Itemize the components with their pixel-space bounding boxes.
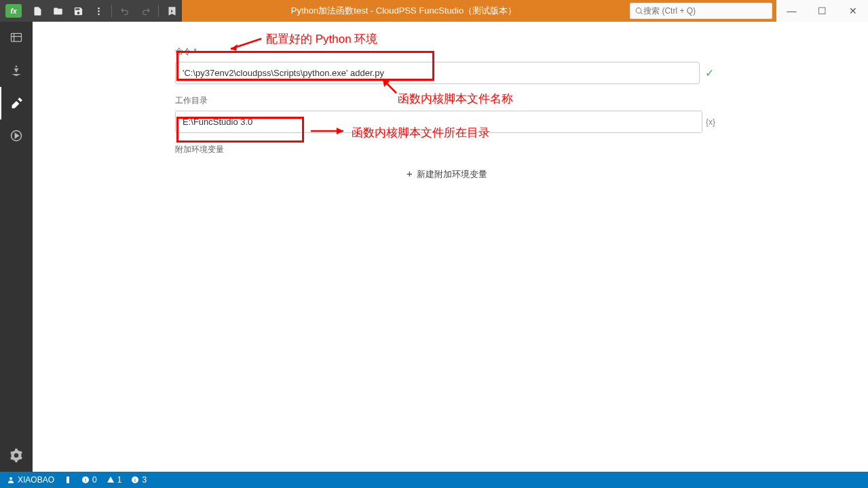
maximize-button[interactable]: ☐: [807, 0, 837, 22]
window-title: Python加法函数test - CloudPSS FuncStudio（测试版…: [182, 5, 626, 17]
search-box[interactable]: [630, 3, 772, 19]
error-icon: !: [81, 476, 90, 484]
sidebar-run-icon[interactable]: [0, 119, 33, 152]
close-button[interactable]: ✕: [837, 0, 868, 22]
search-icon: [635, 6, 643, 16]
status-user[interactable]: XIAOBAO: [7, 475, 54, 485]
env-label: 附加环境变量: [175, 144, 719, 155]
svg-point-0: [98, 7, 100, 9]
debug-icon[interactable]: [162, 0, 182, 22]
svg-point-12: [10, 477, 12, 480]
sidebar-overview-icon[interactable]: [0, 22, 33, 54]
workdir-input[interactable]: [175, 111, 702, 133]
svg-point-3: [636, 8, 641, 14]
command-label: 命令 *: [175, 46, 719, 58]
titlebar: fx Python加法函数test - CloudPSS FuncStudio（…: [0, 0, 868, 22]
info-icon: i: [131, 476, 139, 484]
undo-icon[interactable]: [115, 0, 135, 22]
warning-icon: [107, 476, 115, 484]
save-icon[interactable]: [68, 0, 88, 22]
app-logo[interactable]: fx: [5, 4, 22, 18]
command-input[interactable]: [175, 62, 700, 84]
status-info[interactable]: i 3: [131, 475, 147, 485]
status-errors[interactable]: ! 0: [81, 475, 97, 485]
svg-point-2: [98, 13, 100, 15]
svg-point-1: [98, 10, 100, 12]
svg-rect-13: [67, 476, 69, 483]
status-network-icon[interactable]: [64, 476, 72, 484]
svg-text:i: i: [135, 478, 136, 483]
sidebar: [0, 22, 33, 472]
main-area: 命令 * ✓ 工作目录 {x} 附加环境变量 +新建附加环境变量: [0, 22, 868, 472]
svg-text:!: !: [85, 478, 86, 483]
statusbar: XIAOBAO ! 0 1 i 3: [0, 472, 868, 488]
search-input[interactable]: [643, 6, 768, 16]
more-icon[interactable]: [88, 0, 109, 22]
svg-rect-4: [12, 33, 22, 41]
workdir-variable-icon[interactable]: {x}: [702, 111, 719, 133]
minimize-button[interactable]: —: [776, 0, 807, 22]
content-pane: 命令 * ✓ 工作目录 {x} 附加环境变量 +新建附加环境变量: [33, 22, 868, 472]
toolbar-left: fx: [0, 0, 182, 22]
check-icon[interactable]: ✓: [700, 62, 719, 84]
new-file-icon[interactable]: [27, 0, 48, 22]
workdir-label: 工作目录: [175, 95, 719, 107]
sidebar-settings-icon[interactable]: [0, 439, 33, 472]
status-warnings[interactable]: 1: [107, 475, 122, 485]
add-env-button[interactable]: +新建附加环境变量: [175, 168, 719, 181]
user-icon: [7, 476, 15, 484]
redo-icon[interactable]: [135, 0, 155, 22]
open-folder-icon[interactable]: [48, 0, 68, 22]
sidebar-plugin-icon[interactable]: [0, 54, 33, 87]
sidebar-tools-icon[interactable]: [0, 87, 33, 119]
window-controls: — ☐ ✕: [776, 0, 868, 22]
